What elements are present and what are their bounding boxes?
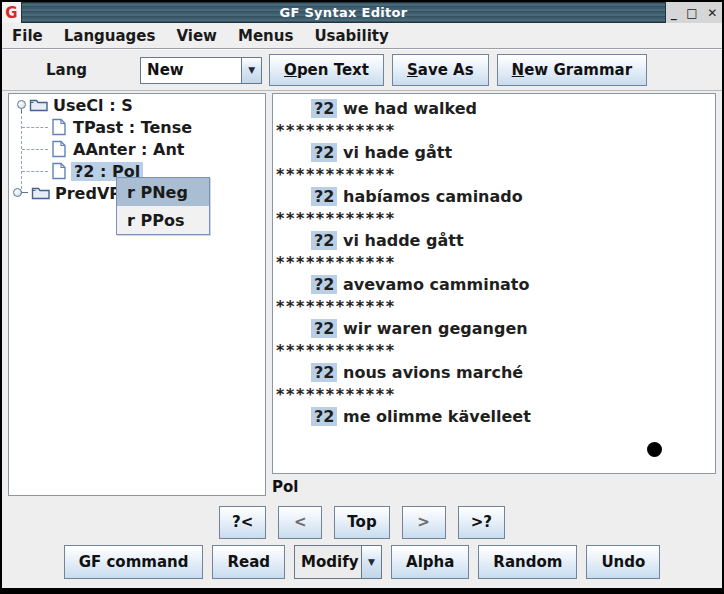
minimize-icon[interactable]: _ [671,7,677,19]
sentence-text: wir waren gegangen [343,319,528,338]
toolbar: Lang New ▼ Open Text Save As New Grammar [2,49,722,91]
open-text-mnemonic: O [284,61,297,79]
navigation-row: ?< < Top > >? [2,501,722,543]
metavariable-token: ?2 [311,143,337,162]
metavariable-token: ?2 [311,319,337,338]
output-line-italian: ?2 avevamo camminato [273,275,715,297]
tree-node-aanter[interactable]: AAnter : Ant [9,138,185,160]
modify-combobox[interactable]: Modify ▼ [294,545,382,579]
output-line-spanish: ?2 habíamos caminado [273,187,715,209]
metavariable-token: ?2 [311,99,337,118]
output-line-german: ?2 wir waren gegangen [273,319,715,341]
cursor-dot [647,442,662,457]
popup-item-pneg[interactable]: r PNeg [117,178,209,206]
command-row: GF command Read Modify ▼ Alpha Random Un… [2,543,722,589]
tree-node-label: TPast : Tense [73,118,192,137]
menu-menus[interactable]: Menus [238,27,293,45]
sentence-text: vi hade gått [343,143,452,162]
menu-view[interactable]: View [176,27,217,45]
document-icon [51,118,67,140]
open-text-post: pen Text [297,61,369,79]
title-row: G GF Syntax Editor _ □ ✕ [2,2,722,23]
tree-node-tpast[interactable]: TPast : Tense [9,116,192,138]
tree-handle-stem [22,192,28,193]
status-strip: Pol [272,476,718,498]
document-icon [51,140,67,162]
sentence-text: nous avions marché [343,363,523,382]
top-button[interactable]: Top [334,506,389,539]
output-line-french: ?2 nous avions marché [273,363,715,385]
folder-icon [31,185,51,204]
new-grammar-button[interactable]: New Grammar [497,54,647,86]
random-button[interactable]: Random [478,545,577,579]
metavariable-token: ?2 [311,231,337,250]
tree-node-usecl[interactable]: UseCl : S [9,94,133,116]
refinement-popup-menu: r PNeg r PPos [116,177,210,235]
separator-line: ************ [273,121,715,143]
separator-line: ************ [273,297,715,319]
lang-combobox-value: New [141,58,241,83]
open-text-button[interactable]: Open Text [269,54,384,86]
menu-file[interactable]: File [12,27,43,45]
popup-item-ppos[interactable]: r PPos [117,206,209,234]
tree-node-label: AAnter : Ant [73,140,185,159]
read-button[interactable]: Read [212,545,285,579]
separator-line: ************ [273,209,715,231]
prev-button[interactable]: < [278,506,322,539]
close-icon[interactable]: ✕ [707,7,717,19]
metavariable-token: ?2 [311,187,337,206]
titlebar[interactable]: GF Syntax Editor [21,2,666,23]
separator-line: ************ [273,253,715,275]
gf-logo-icon: G [2,2,21,23]
tree-node-predvp[interactable]: PredVP [9,182,121,204]
document-icon [51,162,67,184]
prev-metavariable-button[interactable]: ?< [219,506,266,539]
separator-line: ************ [273,385,715,407]
separator-line: ************ [273,165,715,187]
new-grammar-mnemonic: N [512,61,525,79]
tree-collapsed-handle-icon[interactable] [13,188,22,197]
folder-icon [29,97,49,116]
metavariable-token: ?2 [311,407,337,426]
gf-logo-letter: G [5,4,17,22]
tree-handle-stem [21,109,22,113]
undo-button[interactable]: Undo [586,545,660,579]
window-controls: _ □ ✕ [666,2,722,23]
linearization-output-panel[interactable]: ?2 we had walked ************ ?2 vi hade… [272,93,716,474]
gf-command-button[interactable]: GF command [64,545,204,579]
sentence-text: me olimme kävelleet [343,407,531,426]
maximize-icon[interactable]: □ [686,7,697,19]
sentence-text: avevamo camminato [343,275,529,294]
alpha-button[interactable]: Alpha [391,545,469,579]
save-as-mnemonic: S [407,61,418,79]
menubar: File Languages View Menus Usability [2,23,722,49]
chevron-down-icon[interactable]: ▼ [361,546,381,578]
save-as-button[interactable]: Save As [392,54,489,86]
lang-label: Lang [46,61,87,79]
sentence-text: vi hadde gått [343,231,464,250]
menu-usability[interactable]: Usability [314,27,388,45]
tree-node-label: UseCl : S [53,96,133,115]
save-as-post: ave As [418,61,474,79]
metavariable-token: ?2 [311,275,337,294]
next-metavariable-button[interactable]: >? [458,506,505,539]
output-line-english: ?2 we had walked [273,99,715,121]
modify-combobox-value: Modify [295,546,361,578]
chevron-down-icon[interactable]: ▼ [241,58,261,83]
metavariable-token: ?2 [311,363,337,382]
sentence-text: habíamos caminado [343,187,523,206]
new-grammar-post: ew Grammar [524,61,632,79]
menu-languages[interactable]: Languages [64,27,156,45]
status-label: Pol [272,478,298,496]
output-line-swedish: ?2 vi hade gått [273,143,715,165]
window-title: GF Syntax Editor [279,5,407,20]
next-button[interactable]: > [402,506,446,539]
separator-line: ************ [273,341,715,363]
tree-expanded-handle-icon[interactable] [17,100,26,109]
gf-syntax-editor-window: G GF Syntax Editor _ □ ✕ File Languages … [0,0,724,594]
lang-combobox[interactable]: New ▼ [140,57,262,84]
main-area: UseCl : S TPast : Tense AAnter : Ant [2,91,722,501]
output-line-norwegian: ?2 vi hadde gått [273,231,715,253]
syntax-tree-panel[interactable]: UseCl : S TPast : Tense AAnter : Ant [8,93,266,496]
sentence-text: we had walked [343,99,477,118]
